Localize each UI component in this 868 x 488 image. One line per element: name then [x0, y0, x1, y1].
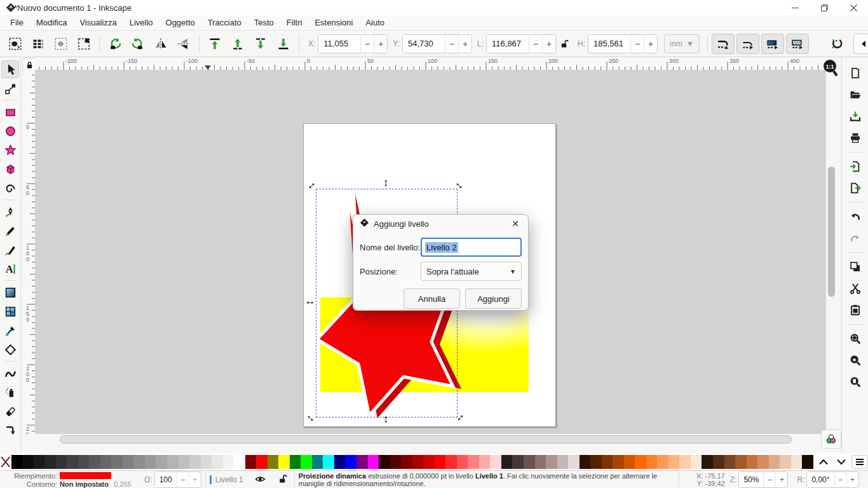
scale-stroke-toggle[interactable]: [712, 34, 735, 54]
palette-swatch[interactable]: [524, 455, 535, 469]
menu-item-aiuto[interactable]: Aiuto: [359, 16, 391, 29]
layer-name-input[interactable]: Livello 2: [421, 238, 522, 257]
palette-swatch[interactable]: [646, 455, 658, 469]
palette-swatch[interactable]: [111, 455, 123, 469]
export-button[interactable]: [846, 179, 865, 197]
palette-swatch[interactable]: [179, 455, 190, 469]
dialog-close-icon[interactable]: ✕: [509, 219, 522, 229]
tool-node-editor-button[interactable]: [1, 79, 19, 97]
opacity-decrement-button[interactable]: −: [177, 472, 189, 487]
unit-dropdown[interactable]: mm▼: [664, 34, 700, 53]
palette-swatch[interactable]: [379, 455, 390, 469]
palette-swatch[interactable]: [268, 455, 279, 469]
collapse-toolbar-button[interactable]: [853, 34, 868, 54]
width-field[interactable]: 116,867: [487, 35, 529, 53]
palette-swatch[interactable]: [546, 455, 557, 469]
menu-item-file[interactable]: File: [4, 16, 30, 29]
palette-swatch[interactable]: [747, 455, 758, 469]
palette-swatch[interactable]: [223, 455, 234, 469]
palette-swatch[interactable]: [713, 455, 724, 469]
palette-swatch[interactable]: [278, 455, 290, 469]
palette-swatch[interactable]: [89, 455, 100, 469]
palette-swatch[interactable]: [290, 455, 301, 469]
color-managed-view-button[interactable]: [821, 430, 841, 449]
raise-to-top-button[interactable]: [203, 34, 226, 54]
open-button[interactable]: [846, 86, 865, 104]
zoom-1-1-button[interactable]: 1:1: [822, 58, 839, 76]
opacity-field[interactable]: 100: [155, 472, 177, 487]
palette-swatch[interactable]: [613, 455, 624, 469]
redo-button[interactable]: [846, 229, 865, 247]
palette-swatch[interactable]: [535, 455, 546, 469]
tool-eraser-button[interactable]: [1, 402, 19, 420]
minimize-button[interactable]: [780, 0, 810, 15]
palette-menu-icon[interactable]: [851, 455, 868, 469]
palette-swatch[interactable]: [512, 455, 524, 469]
tool-ellipse-button[interactable]: [1, 122, 19, 140]
palette-swatch[interactable]: [590, 455, 602, 469]
lock-ratio-icon[interactable]: [556, 34, 573, 54]
palette-swatch[interactable]: [668, 455, 680, 469]
selection-touch-button[interactable]: [72, 34, 95, 54]
palette-swatch[interactable]: [22, 455, 34, 469]
position-dropdown[interactable]: Sopra l'attuale▼: [421, 262, 522, 281]
palette-swatch[interactable]: [133, 455, 145, 469]
palette-swatch[interactable]: [757, 455, 769, 469]
paste-button[interactable]: [846, 301, 865, 319]
palette-swatch[interactable]: [323, 455, 334, 469]
menu-item-estensioni[interactable]: Estensioni: [308, 16, 359, 29]
scale-handle-top[interactable]: ↕: [379, 177, 392, 189]
palette-swatch[interactable]: [390, 455, 402, 469]
close-button[interactable]: [839, 0, 868, 15]
tool-connector-button[interactable]: [1, 421, 19, 439]
palette-swatch[interactable]: [557, 455, 569, 469]
add-button[interactable]: Aggiungi: [465, 288, 522, 309]
palette-swatch[interactable]: [123, 455, 134, 469]
layer-lock-open-icon[interactable]: [278, 474, 288, 485]
tool-tweak-button[interactable]: [1, 364, 19, 382]
tool-box-3d-button[interactable]: [1, 160, 19, 178]
undo-button[interactable]: [846, 208, 865, 226]
menu-item-oggetto[interactable]: Oggetto: [159, 16, 201, 29]
palette-swatch[interactable]: [78, 455, 90, 469]
palette-swatch[interactable]: [702, 455, 713, 469]
menu-item-visualizza[interactable]: Visualizza: [73, 16, 123, 29]
rotation-reset-icon[interactable]: [825, 34, 848, 54]
menu-item-modifica[interactable]: Modifica: [30, 16, 73, 29]
palette-swatch[interactable]: [301, 455, 312, 469]
palette-swatch[interactable]: [234, 455, 245, 469]
x-coordinate-field[interactable]: 11,055: [318, 35, 360, 53]
palette-swatch[interactable]: [100, 455, 112, 469]
menu-item-tracciato[interactable]: Tracciato: [201, 16, 248, 29]
zoom-increment-button[interactable]: +: [775, 472, 787, 487]
palette-swatch[interactable]: [435, 455, 446, 469]
palette-swatch[interactable]: [657, 455, 668, 469]
import-button[interactable]: [846, 158, 865, 175]
select-all-button[interactable]: [4, 34, 27, 54]
vertical-scrollbar[interactable]: [827, 71, 836, 433]
palette-swatch[interactable]: [791, 455, 803, 469]
palette-swatch[interactable]: [780, 455, 791, 469]
layer-visibility-eye-icon[interactable]: [255, 475, 266, 485]
palette-swatch[interactable]: [501, 455, 513, 469]
menu-item-filtri[interactable]: Filtri: [280, 16, 309, 29]
palette-swatch[interactable]: [368, 455, 379, 469]
rotate-ccw-button[interactable]: [104, 34, 126, 54]
palette-swatch[interactable]: [345, 455, 356, 469]
x-increment-button[interactable]: +: [374, 35, 387, 53]
tool-paint-bucket-button[interactable]: [1, 341, 19, 358]
y-increment-button[interactable]: +: [458, 35, 471, 53]
palette-swatch[interactable]: [445, 455, 457, 469]
tool-selector-button[interactable]: [1, 60, 19, 78]
deselect-button[interactable]: [50, 34, 72, 54]
rotation-decrement-button[interactable]: −: [834, 472, 846, 487]
print-button[interactable]: [846, 129, 865, 147]
stroke-width[interactable]: 0,265: [114, 480, 132, 488]
copy-button[interactable]: [846, 258, 865, 276]
height-decrement-button[interactable]: −: [630, 35, 644, 53]
palette-swatch[interactable]: [312, 455, 323, 469]
y-coordinate-field[interactable]: 54,730: [403, 35, 445, 53]
tool-spiral-button[interactable]: [1, 179, 19, 197]
rotation-field[interactable]: 0,00°: [807, 472, 834, 487]
tool-gradient-button[interactable]: [1, 283, 19, 301]
